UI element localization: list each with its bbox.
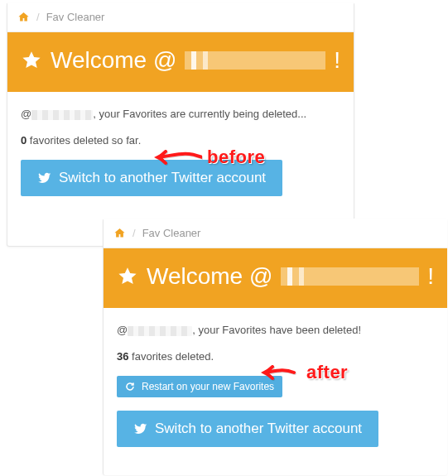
welcome-banner: Welcome @ ! — [7, 32, 354, 92]
star-icon — [21, 50, 42, 71]
at-prefix: @ — [117, 324, 128, 336]
switch-label: Switch to another Twitter account — [59, 170, 266, 186]
panel-before: / Fav Cleaner Welcome @ ! @, your Favori… — [7, 2, 354, 247]
breadcrumb: / Fav Cleaner — [7, 2, 354, 32]
switch-account-button[interactable]: Switch to another Twitter account — [21, 160, 282, 196]
breadcrumb-sep: / — [132, 227, 136, 239]
content-area: @, your Favorites are currently being de… — [7, 92, 354, 211]
star-icon — [117, 266, 138, 287]
progress-line: 0 favorites deleted so far. — [21, 133, 340, 148]
breadcrumb-sep: / — [36, 11, 40, 23]
breadcrumb-current: Fav Cleaner — [46, 11, 105, 23]
breadcrumb-current: Fav Cleaner — [142, 227, 201, 239]
welcome-banner: Welcome @ ! — [104, 248, 447, 308]
home-icon[interactable] — [113, 228, 126, 239]
restart-label: Restart on your new Favorites — [142, 381, 274, 392]
welcome-bang: ! — [334, 47, 340, 74]
redacted-handle — [281, 267, 419, 286]
switch-account-button[interactable]: Switch to another Twitter account — [117, 411, 378, 447]
status-line: @, your Favorites have been deleted! — [117, 323, 434, 338]
twitter-icon — [133, 422, 148, 435]
refresh-icon — [125, 382, 135, 392]
welcome-bang: ! — [427, 263, 434, 290]
content-area: @, your Favorites have been deleted! 36 … — [104, 308, 447, 462]
panel-after: / Fav Cleaner Welcome @ ! @, your Favori… — [103, 219, 447, 475]
twitter-icon — [37, 171, 52, 185]
status-suffix: , your Favorites have been deleted! — [192, 324, 361, 336]
redacted-handle — [185, 51, 325, 70]
breadcrumb: / Fav Cleaner — [104, 219, 447, 248]
deleted-count: 36 — [117, 350, 128, 363]
welcome-text: Welcome @ — [51, 47, 176, 74]
progress-line: 36 favorites deleted. — [117, 349, 434, 364]
restart-button[interactable]: Restart on your new Favorites — [117, 376, 282, 397]
status-line: @, your Favorites are currently being de… — [21, 107, 340, 122]
status-suffix: , your Favorites are currently being del… — [93, 108, 306, 120]
deleted-suffix: favorites deleted so far. — [26, 134, 141, 147]
switch-label: Switch to another Twitter account — [155, 421, 362, 437]
at-prefix: @ — [21, 108, 31, 120]
redacted-handle-small — [128, 326, 192, 336]
home-icon[interactable] — [17, 12, 30, 23]
redacted-handle-small — [31, 110, 93, 120]
deleted-suffix: favorites deleted. — [128, 350, 214, 363]
welcome-text: Welcome @ — [147, 263, 272, 290]
